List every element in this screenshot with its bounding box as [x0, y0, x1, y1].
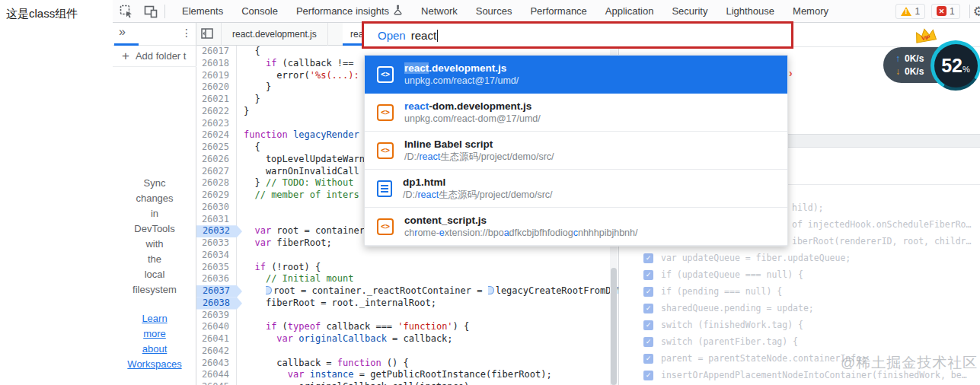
toolbar-tab-console[interactable]: Console [232, 0, 287, 23]
line-number[interactable]: 26031 [196, 214, 236, 226]
line-number[interactable]: 26018 [196, 58, 236, 70]
breakpoint-entry[interactable]: ✓sharedQueue.pending = update; [618, 300, 980, 317]
toolbar-divider [164, 5, 165, 18]
code-line: 26039 [196, 310, 618, 322]
memory-usage-ring[interactable]: 52% [931, 40, 980, 91]
breakpoint-checkbox[interactable]: ✓ [643, 320, 653, 330]
line-number[interactable]: 26039 [196, 310, 236, 322]
learn-more-link-line[interactable]: Workspaces [113, 357, 196, 372]
breakpoint-checkbox[interactable]: ✓ [643, 253, 653, 263]
toolbar-tab-application[interactable]: Application [596, 0, 663, 23]
error-icon: ✕ [937, 6, 946, 16]
toolbar-tab-lighthouse[interactable]: Lighthouse [717, 0, 784, 23]
toolbar-tab-performance-insights[interactable]: Performance insights [287, 0, 412, 23]
code-line: 26035 if (!root) { [196, 262, 618, 274]
toolbar-tab-label: Console [241, 5, 278, 17]
line-number[interactable]: 26025 [196, 142, 236, 154]
toolbar-tab-network[interactable]: Network [412, 0, 467, 23]
breakpoint-checkbox[interactable]: ✓ [643, 337, 653, 347]
learn-more-link-line[interactable]: Learn [113, 311, 196, 326]
page-content-text: 这是class组件 [6, 7, 78, 21]
toggle-navigator-panel-icon[interactable] [201, 28, 213, 42]
sync-message-line: DevTools [113, 221, 196, 237]
line-number[interactable]: 26045 [196, 381, 236, 385]
line-number[interactable]: 26033 [196, 237, 236, 250]
toolbar-tab-elements[interactable]: Elements [173, 0, 232, 23]
breakpoint-entry[interactable]: ✓if (pending === null) { [618, 283, 980, 300]
script-file-icon: <> [377, 66, 394, 83]
breakpoint-entry-text: if (updateQueue === null) { [661, 269, 803, 280]
tab-overflow-chevron-icon[interactable]: › [789, 67, 793, 79]
quick-open-item[interactable]: <>react-dom.development.jsunpkg.com/reac… [365, 94, 787, 132]
line-number[interactable]: 26042 [196, 345, 236, 358]
inline-breakpoint-marker-icon[interactable] [266, 286, 272, 294]
sync-message-line: the [113, 252, 196, 267]
warnings-badge[interactable]: 1 [895, 4, 925, 19]
inspect-element-icon[interactable] [116, 2, 137, 21]
line-number[interactable]: 26026 [196, 154, 236, 166]
line-number[interactable]: 26017 [196, 46, 236, 58]
breakpoint-entry[interactable]: ✓var updateQueue = fiber.updateQueue; [618, 250, 980, 266]
line-number[interactable]: 26030 [196, 202, 236, 214]
line-number[interactable]: 26029 [196, 189, 236, 202]
learn-more-link-line[interactable]: more [113, 326, 196, 342]
line-number[interactable]: 26024 [196, 129, 236, 142]
sync-message-line: in [113, 206, 196, 221]
inline-breakpoint-marker-icon[interactable] [488, 286, 494, 294]
line-number[interactable]: 26019 [196, 70, 236, 82]
breakpoint-entry[interactable]: ✓switch (parentFiber.tag) { [618, 333, 980, 350]
quick-open-item[interactable]: dp1.html/D:/react生态源码/project/demo/src/ [365, 170, 787, 208]
learn-more-link-line[interactable]: about [113, 342, 196, 357]
device-toolbar-icon[interactable] [140, 2, 161, 21]
breakpoint-line-number[interactable]: 26032 [196, 225, 242, 237]
quick-open-item[interactable]: <>Inline Babel script/D:/react生态源码/proje… [365, 132, 787, 170]
line-number[interactable]: 26022 [196, 106, 236, 118]
toolbar-tab-sources[interactable]: Sources [467, 0, 522, 23]
line-number[interactable]: 26020 [196, 81, 236, 94]
breakpoint-checkbox[interactable]: ✓ [643, 304, 653, 313]
more-options-icon[interactable]: ⋮ [181, 27, 192, 39]
more-tabs-icon[interactable]: » [119, 25, 126, 39]
line-number[interactable]: 26040 [196, 321, 236, 333]
editor-tab-react-development[interactable]: react.development.js [221, 23, 328, 46]
script-file-icon: <> [377, 142, 394, 159]
toolbar-tab-label: Sources [476, 5, 512, 17]
breakpoint-line-number[interactable]: 26038 [196, 298, 242, 310]
toolbar-tab-label: Network [421, 5, 458, 17]
code-line: 26038 fiberRoot = root._internalRoot; [196, 298, 618, 310]
line-number[interactable]: 26023 [196, 118, 236, 130]
toolbar-tab-security[interactable]: Security [662, 0, 717, 23]
line-number[interactable]: 26035 [196, 262, 236, 274]
code-line-text: root = container._reactRootContainer = l… [236, 285, 618, 298]
warning-count: 1 [915, 6, 920, 17]
toolbar-tab-performance[interactable]: Performance [521, 0, 595, 23]
breakpoint-checkbox[interactable]: ✓ [643, 354, 653, 364]
settings-gear-icon[interactable]: ⚙ [973, 4, 980, 19]
line-number[interactable]: 26021 [196, 94, 236, 106]
line-number[interactable]: 26036 [196, 273, 236, 285]
add-folder-button[interactable]: + Add folder t [113, 46, 196, 67]
breakpoint-line-number[interactable]: 26037 [196, 285, 242, 298]
breakpoint-entry[interactable]: ✓switch (finishedWork.tag) { [618, 317, 980, 333]
editor-scrollbar-thumb[interactable] [611, 268, 617, 385]
line-number[interactable]: 26041 [196, 333, 236, 345]
quick-open-item[interactable]: <>content_script.jschrome-extension://bp… [365, 208, 787, 246]
breakpoint-checkbox[interactable]: ✓ [643, 287, 653, 297]
code-line: 26041 var originalCallback = callback; [196, 333, 618, 345]
toolbar-tab-memory[interactable]: Memory [784, 0, 838, 23]
line-number[interactable]: 26028 [196, 177, 236, 189]
line-number[interactable]: 26034 [196, 250, 236, 262]
line-number[interactable]: 26043 [196, 358, 236, 370]
errors-badge[interactable]: ✕ 1 [931, 4, 960, 19]
line-number[interactable]: 26044 [196, 369, 236, 381]
page-background: 这是class组件 [0, 0, 113, 385]
breakpoint-checkbox[interactable]: ✓ [643, 371, 653, 380]
code-line-text: } // TODO: Without [236, 177, 354, 189]
quick-open-item[interactable]: <>react.development.jsunpkg.com/react@17… [365, 56, 787, 94]
code-line: 26036 // Initial mount [196, 273, 618, 285]
line-number[interactable]: 26027 [196, 166, 236, 178]
breakpoint-checkbox[interactable]: ✓ [643, 270, 653, 280]
breakpoint-entry[interactable]: ✓if (updateQueue === null) { [618, 266, 980, 283]
script-file-icon: <> [377, 104, 394, 121]
result-title: react-dom.development.js [404, 100, 541, 113]
